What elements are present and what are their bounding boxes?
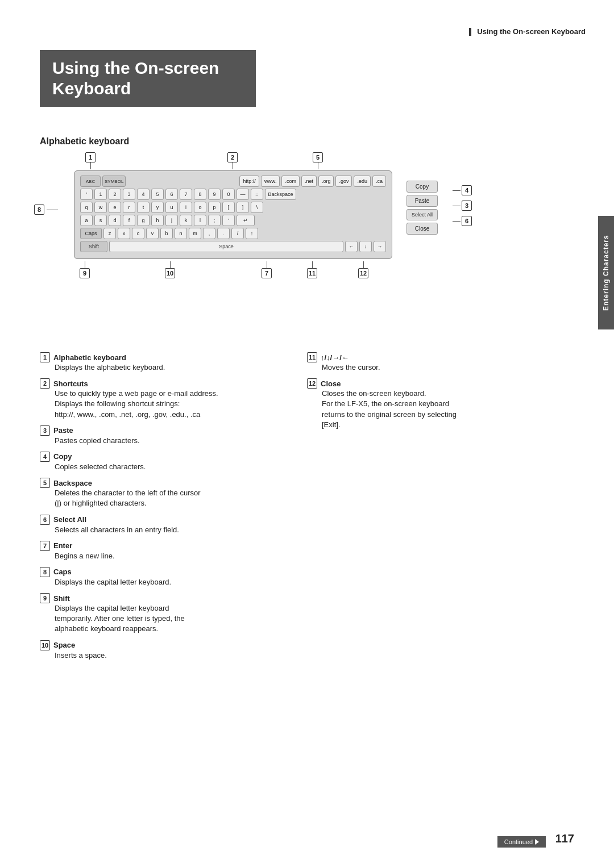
select-all-button[interactable]: Select All [406, 209, 438, 220]
key-equals[interactable]: = [251, 189, 263, 200]
key-left[interactable]: ← [345, 241, 358, 252]
key-t[interactable]: t [137, 202, 150, 213]
paste-button[interactable]: Paste [406, 195, 438, 207]
key-m[interactable]: m [189, 228, 201, 239]
key-semicolon[interactable]: ; [208, 215, 221, 226]
callout-6-right: 6 [453, 216, 472, 226]
copy-button[interactable]: Copy [406, 181, 438, 193]
key-c[interactable]: c [132, 228, 144, 239]
desc-item-8: 8 Caps Displays the capital letter keybo… [40, 567, 284, 587]
key-quote[interactable]: ' [222, 215, 235, 226]
shortcut-row: ABC SYMBOL http:// www. .com .net .org .… [80, 176, 386, 187]
shortcut-org[interactable]: .org [318, 176, 334, 187]
key-g[interactable]: g [137, 215, 150, 226]
key-d[interactable]: d [109, 215, 121, 226]
page-number: 117 [555, 832, 574, 845]
key-space[interactable]: Space [109, 241, 343, 252]
key-p[interactable]: p [208, 202, 221, 213]
close-button[interactable]: Close [406, 223, 438, 235]
key-y[interactable]: y [151, 202, 164, 213]
desc-5-label: Backspace [53, 479, 92, 487]
continued-label: Continued [504, 838, 533, 845]
asdf-row: a s d f g h j k l ; ' ↵ [80, 215, 386, 226]
key-dash[interactable]: — [237, 189, 249, 200]
key-7[interactable]: 7 [180, 189, 192, 200]
key-2[interactable]: 2 [109, 189, 121, 200]
key-lbracket[interactable]: [ [222, 202, 235, 213]
key-3[interactable]: 3 [123, 189, 135, 200]
key-abc[interactable]: ABC [80, 176, 101, 187]
key-k[interactable]: k [180, 215, 192, 226]
shortcut-gov[interactable]: .gov [335, 176, 352, 187]
key-enter[interactable]: ↵ [237, 215, 255, 226]
key-u[interactable]: u [165, 202, 178, 213]
desc-7-label: Enter [53, 541, 72, 550]
key-v[interactable]: v [146, 228, 159, 239]
desc-4-text: Copies selected characters. [55, 462, 284, 472]
desc-10-text: Inserts a space. [55, 650, 284, 661]
callout-4-right: 4 [453, 185, 472, 195]
desc-12-label: Close [321, 379, 341, 388]
key-apostrophe[interactable]: ' [80, 189, 93, 200]
key-comma[interactable]: , [203, 228, 215, 239]
shortcut-com[interactable]: .com [281, 176, 300, 187]
desc-item-12: 12 Close Closes the on-screen keyboard. … [307, 378, 551, 430]
key-symbol[interactable]: SYMBOL [102, 176, 126, 187]
shift-row: Shift Space ← ↓ → [80, 241, 386, 252]
key-n[interactable]: n [175, 228, 187, 239]
key-rbracket[interactable]: ] [237, 202, 249, 213]
key-0[interactable]: 0 [222, 189, 235, 200]
key-backspace[interactable]: Backspace [265, 189, 296, 200]
desc-item-11: 11 ↑/↓/→/← Moves the cursor. [307, 352, 551, 373]
section-header-label: Using the On-screen Keyboard [477, 27, 586, 36]
desc-3-label: Paste [53, 426, 73, 435]
desc-12-text: Closes the on-screen keyboard. For the L… [322, 389, 551, 430]
key-a[interactable]: a [80, 215, 93, 226]
header-bar-icon [469, 28, 471, 36]
key-period[interactable]: . [217, 228, 230, 239]
callout-8-left: 8 [34, 205, 58, 215]
key-shift[interactable]: Shift [80, 241, 107, 252]
desc-7-text: Begins a new line. [55, 551, 284, 561]
key-r[interactable]: r [123, 202, 135, 213]
key-w[interactable]: w [94, 202, 107, 213]
desc-item-10: 10 Space Inserts a space. [40, 640, 284, 661]
key-1[interactable]: 1 [94, 189, 107, 200]
key-f[interactable]: f [123, 215, 135, 226]
key-caps[interactable]: Caps [80, 228, 102, 239]
key-down[interactable]: ↓ [359, 241, 372, 252]
caps-row: Caps z x c v b n m , . / ↑ [80, 228, 386, 239]
key-6[interactable]: 6 [165, 189, 178, 200]
key-q[interactable]: q [80, 202, 93, 213]
desc-item-6: 6 Select All Selects all characters in a… [40, 515, 284, 535]
qwerty-row: q w e r t y u i o p [ ] \ [80, 202, 386, 213]
key-5[interactable]: 5 [151, 189, 164, 200]
key-l[interactable]: l [194, 215, 206, 226]
continued-button[interactable]: Continued [497, 836, 546, 848]
shortcut-net[interactable]: .net [301, 176, 317, 187]
shortcut-http[interactable]: http:// [239, 176, 259, 187]
key-h[interactable]: h [151, 215, 164, 226]
key-s[interactable]: s [94, 215, 107, 226]
key-e[interactable]: e [109, 202, 121, 213]
key-i[interactable]: i [180, 202, 192, 213]
key-b[interactable]: b [160, 228, 173, 239]
key-4[interactable]: 4 [137, 189, 150, 200]
key-right[interactable]: → [374, 241, 386, 252]
key-9[interactable]: 9 [208, 189, 221, 200]
shortcut-ca[interactable]: .ca [372, 176, 386, 187]
key-o[interactable]: o [194, 202, 206, 213]
right-column: 11 ↑/↓/→/← Moves the cursor. 12 Close Cl… [307, 352, 551, 666]
key-up[interactable]: ↑ [246, 228, 258, 239]
shortcut-edu[interactable]: .edu [354, 176, 371, 187]
key-z[interactable]: z [103, 228, 116, 239]
callout-11-bottom: 11 [307, 261, 317, 278]
key-backslash[interactable]: \ [251, 202, 263, 213]
key-8[interactable]: 8 [194, 189, 206, 200]
shortcut-www[interactable]: www. [261, 176, 280, 187]
key-j[interactable]: j [165, 215, 178, 226]
key-x[interactable]: x [118, 228, 130, 239]
descriptions-section: 1 Alphabetic keyboard Displays the alpha… [40, 352, 551, 666]
sidebar-tab-label: Entering Characters [602, 235, 610, 311]
key-slash[interactable]: / [231, 228, 244, 239]
